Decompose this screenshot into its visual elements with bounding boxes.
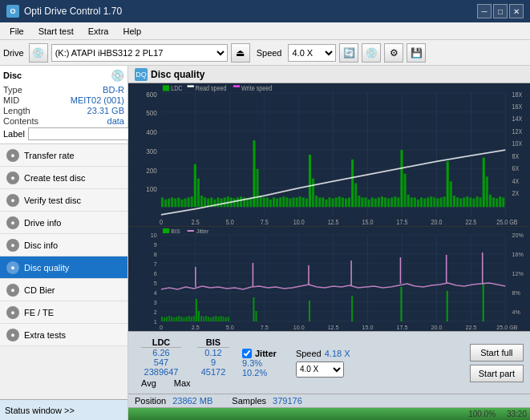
svg-rect-234 (400, 287, 402, 321)
menu-file[interactable]: File (3, 25, 30, 38)
sidebar-item-disc-quality[interactable]: ●Disc quality (0, 256, 127, 279)
svg-rect-97 (335, 197, 338, 207)
sidebar-item-disc-info[interactable]: ●Disc info (0, 234, 127, 256)
svg-rect-233 (351, 296, 353, 321)
svg-text:20.0: 20.0 (431, 325, 442, 330)
svg-text:LDC: LDC (171, 85, 183, 93)
drive-icon-btn[interactable]: 💿 (29, 43, 48, 63)
stats-bar: LDC 6.26 547 2389647 BIS 0.12 9 45172 (128, 331, 530, 407)
svg-text:7: 7 (154, 261, 157, 267)
bis-total: 45172 (197, 367, 229, 377)
svg-text:BIS: BIS (171, 228, 180, 234)
svg-rect-53 (191, 196, 193, 207)
svg-rect-232 (309, 301, 310, 321)
sidebar-item-create-test-disc[interactable]: ●Create test disc (0, 167, 127, 189)
speed-stat-select[interactable]: 4.0 X (296, 361, 344, 378)
svg-text:200: 200 (146, 166, 157, 175)
svg-rect-45 (164, 200, 167, 207)
svg-rect-123 (420, 197, 423, 207)
svg-rect-215 (193, 316, 195, 321)
type-key: Type (3, 85, 22, 95)
title-bar: O Opti Drive Control 1.70 ─ □ ✕ (0, 0, 530, 22)
svg-text:3: 3 (154, 300, 157, 305)
start-part-button[interactable]: Start part (470, 365, 524, 382)
svg-text:6: 6 (154, 271, 157, 277)
app-icon: O (6, 5, 19, 18)
length-key: Length (3, 106, 30, 115)
label-input[interactable] (28, 127, 135, 140)
menu-help[interactable]: Help (116, 25, 148, 38)
svg-rect-79 (276, 199, 278, 208)
cd-bier-icon: ● (6, 284, 19, 297)
ldc-header: LDC (141, 337, 181, 348)
svg-rect-88 (305, 199, 308, 208)
close-button[interactable]: ✕ (509, 4, 524, 18)
drive-select[interactable]: (K:) ATAPI iHBS312 2 PL17 (51, 44, 228, 62)
svg-rect-84 (292, 197, 294, 207)
svg-rect-63 (224, 197, 226, 207)
svg-rect-219 (203, 317, 204, 321)
svg-rect-141 (479, 197, 482, 207)
svg-rect-105 (361, 197, 363, 207)
minimize-button[interactable]: ─ (477, 4, 492, 18)
sidebar-item-cd-bier[interactable]: ●CD Bier (0, 279, 127, 301)
menu-extra[interactable]: Extra (82, 25, 115, 38)
sidebar-item-verify-test-disc[interactable]: ●Verify test disc (0, 189, 127, 212)
menu-bar: File Start test Extra Help (0, 22, 530, 40)
ldc-total: 2389647 (141, 367, 181, 377)
svg-rect-206 (171, 317, 172, 321)
settings-button[interactable]: ⚙ (384, 43, 403, 63)
svg-text:18X: 18X (512, 91, 523, 99)
svg-rect-132 (450, 181, 452, 207)
svg-text:7.5: 7.5 (261, 325, 269, 330)
svg-rect-216 (196, 299, 197, 321)
svg-text:20.0: 20.0 (431, 218, 442, 226)
svg-rect-226 (220, 316, 222, 321)
contents-value: data (107, 116, 124, 126)
drive-info-icon: ● (6, 216, 19, 229)
refresh-button[interactable]: 🔄 (339, 43, 358, 63)
disc-button[interactable]: 💿 (362, 43, 381, 63)
svg-rect-46 (168, 199, 170, 208)
svg-text:15.0: 15.0 (362, 325, 374, 330)
svg-rect-80 (279, 197, 281, 207)
save-button[interactable]: 💾 (407, 43, 426, 63)
sidebar-item-fe-te[interactable]: ●FE / TE (0, 301, 127, 324)
svg-rect-68 (240, 196, 242, 207)
main-area: Disc 💿 Type BD-R MID MEIT02 (001) Length… (0, 66, 530, 420)
speed-label: Speed (257, 48, 282, 58)
svg-rect-124 (423, 199, 426, 208)
svg-rect-223 (212, 317, 214, 321)
svg-text:10X: 10X (512, 140, 523, 148)
speed-select-toolbar[interactable]: 4.0 X (288, 44, 336, 62)
svg-text:Write speed: Write speed (241, 85, 272, 93)
length-value: 23.31 GB (87, 106, 124, 115)
svg-rect-90 (312, 179, 314, 208)
menu-start-test[interactable]: Start test (32, 25, 80, 38)
svg-text:5.0: 5.0 (226, 218, 234, 226)
svg-rect-96 (332, 199, 334, 208)
svg-rect-131 (447, 161, 449, 207)
stats-top: LDC 6.26 547 2389647 BIS 0.12 9 45172 (128, 332, 530, 394)
charts-area: 600 500 400 300 200 100 18X 16X 14X 12X … (128, 83, 530, 331)
sidebar-item-drive-info[interactable]: ●Drive info (0, 212, 127, 234)
sidebar-item-extra-tests[interactable]: ●Extra tests (0, 324, 127, 346)
start-full-button[interactable]: Start full (470, 344, 524, 361)
toolbar: Drive 💿 (K:) ATAPI iHBS312 2 PL17 ⏏ Spee… (0, 40, 530, 66)
eject-button[interactable]: ⏏ (231, 43, 250, 63)
svg-rect-83 (289, 199, 291, 208)
type-value: BD-R (103, 85, 124, 95)
jitter-checkbox[interactable] (242, 349, 252, 358)
maximize-button[interactable]: □ (493, 4, 508, 18)
svg-rect-218 (200, 316, 202, 321)
bottom-chart: 10 9 8 7 6 5 4 3 2 1 20% 16% 12% 8% 4% (128, 227, 530, 331)
sidebar-item-label-create-test-disc: Create test disc (24, 173, 85, 183)
svg-rect-225 (217, 317, 219, 321)
svg-rect-73 (257, 169, 259, 207)
svg-text:20%: 20% (512, 232, 524, 238)
sidebar-item-transfer-rate[interactable]: ●Transfer rate (0, 144, 127, 167)
extra-tests-icon: ● (6, 329, 19, 341)
status-window-button[interactable]: Status window >> (0, 399, 127, 420)
svg-text:14X: 14X (512, 115, 523, 123)
svg-rect-74 (260, 196, 262, 207)
